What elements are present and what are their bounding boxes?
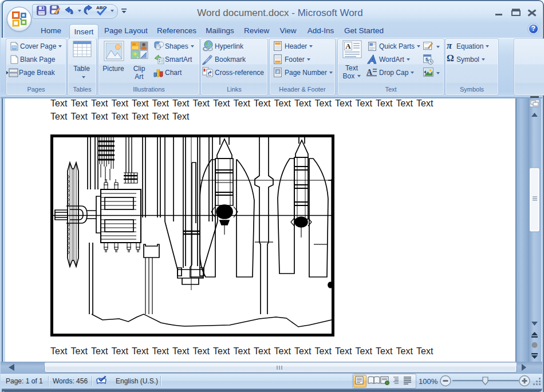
- svg-text:A: A: [366, 68, 373, 77]
- svg-text:A: A: [345, 42, 351, 50]
- svg-text:#: #: [277, 69, 279, 74]
